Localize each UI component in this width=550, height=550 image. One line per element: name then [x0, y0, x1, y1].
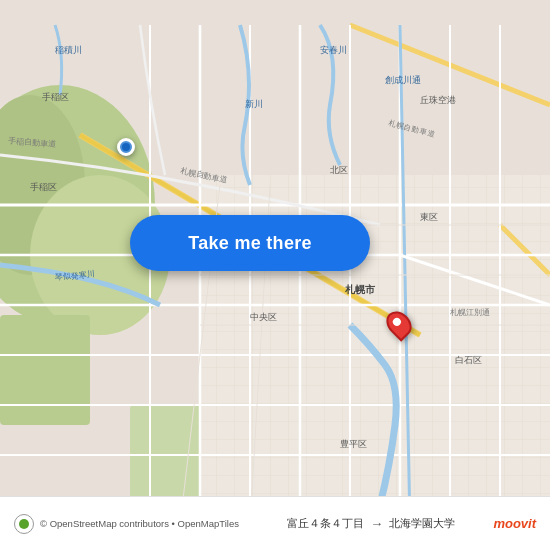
- svg-text:豊平区: 豊平区: [340, 439, 367, 449]
- origin-marker: [117, 138, 135, 156]
- svg-text:札幌江別通: 札幌江別通: [450, 308, 490, 317]
- svg-rect-5: [0, 315, 90, 425]
- destination-label: 北海学園大学: [389, 516, 455, 531]
- svg-text:新川: 新川: [245, 99, 263, 109]
- route-info: 富丘４条４丁目 → 北海学園大学: [249, 516, 493, 531]
- destination-marker: [388, 310, 410, 338]
- map-container: 稲積川 安春川 手稲区 新川 創成川通 丘珠空港 手稲自動車道 札幌自動車道 北…: [0, 0, 550, 550]
- svg-text:白石区: 白石区: [455, 355, 482, 365]
- svg-text:創成川通: 創成川通: [385, 75, 421, 85]
- take-me-there-label: Take me there: [188, 233, 312, 254]
- arrow-icon: →: [370, 516, 383, 531]
- svg-text:北区: 北区: [330, 165, 348, 175]
- map-background: 稲積川 安春川 手稲区 新川 創成川通 丘珠空港 手稲自動車道 札幌自動車道 北…: [0, 0, 550, 550]
- moovit-logo: moovit: [493, 516, 536, 531]
- svg-text:稲積川: 稲積川: [55, 45, 82, 55]
- svg-text:安春川: 安春川: [320, 45, 347, 55]
- osm-logo: [14, 514, 34, 534]
- attribution-text: © OpenStreetMap contributors • OpenMapTi…: [40, 518, 239, 529]
- svg-text:札幌市: 札幌市: [344, 284, 376, 295]
- svg-text:丘珠空港: 丘珠空港: [420, 95, 456, 105]
- svg-text:手稲区: 手稲区: [42, 92, 69, 102]
- svg-text:手稲区: 手稲区: [30, 182, 57, 192]
- origin-label: 富丘４条４丁目: [287, 516, 364, 531]
- svg-text:東区: 東区: [420, 212, 438, 222]
- svg-text:中央区: 中央区: [250, 312, 277, 322]
- take-me-there-button[interactable]: Take me there: [130, 215, 370, 271]
- bottom-bar: © OpenStreetMap contributors • OpenMapTi…: [0, 496, 550, 550]
